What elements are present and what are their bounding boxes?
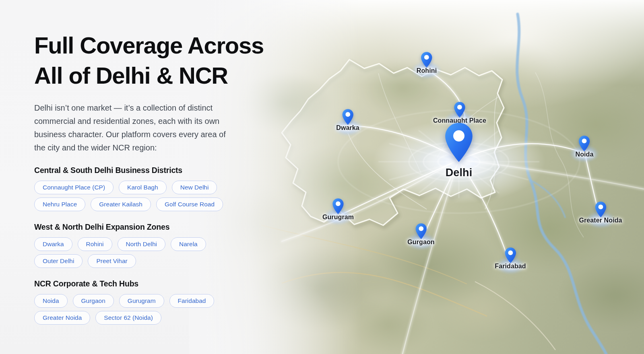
section-heading: West & North Delhi Expansion Zones [34,222,268,232]
area-chip[interactable]: Karol Bagh [119,181,167,194]
page-title: Full Coverage Across All of Delhi & NCR [34,31,268,91]
area-chip[interactable]: Gurgaon [73,294,114,308]
area-chip[interactable]: Golf Course Road [156,198,223,211]
area-chip[interactable]: Rohini [78,237,112,251]
section-west-north-delhi: West & North Delhi Expansion Zones Dwark… [34,222,268,268]
section-central-south-delhi: Central & South Delhi Business Districts… [34,166,268,211]
area-chip[interactable]: Greater Noida [34,311,90,325]
area-chip[interactable]: Dwarka [34,237,72,251]
area-chip[interactable]: Preet Vihar [88,254,136,268]
area-chip[interactable]: Connaught Place (CP) [34,181,114,194]
section-heading: Central & South Delhi Business Districts [34,166,268,175]
area-chip[interactable]: Faridabad [169,294,215,308]
section-ncr-hubs: NCR Corporate & Tech Hubs Noida Gurgaon … [34,279,268,325]
page-title-line1: Full Coverage Across [34,32,264,58]
area-chip[interactable]: Greater Kailash [91,198,151,211]
page-title-line2: All of Delhi & NCR [34,62,228,88]
area-chip[interactable]: Narela [171,237,206,251]
area-chip[interactable]: New Delhi [172,181,217,194]
area-chip[interactable]: Noida [34,294,68,308]
chip-group: Noida Gurgaon Gurugram Faridabad Greater… [34,294,260,325]
chip-group: Dwarka Rohini North Delhi Narela Outer D… [34,237,260,268]
area-chip[interactable]: Nehru Place [34,198,85,211]
area-chip[interactable]: North Delhi [118,237,166,251]
coverage-section: Full Coverage Across All of Delhi & NCR … [34,31,268,325]
section-heading: NCR Corporate & Tech Hubs [34,279,268,288]
area-chip[interactable]: Sector 62 (Noida) [95,311,161,325]
intro-paragraph: Delhi isn’t one market — it’s a collecti… [34,101,237,155]
area-chip[interactable]: Gurugram [119,294,164,308]
chip-group: Connaught Place (CP) Karol Bagh New Delh… [34,181,260,211]
area-chip[interactable]: Outer Delhi [34,254,83,268]
